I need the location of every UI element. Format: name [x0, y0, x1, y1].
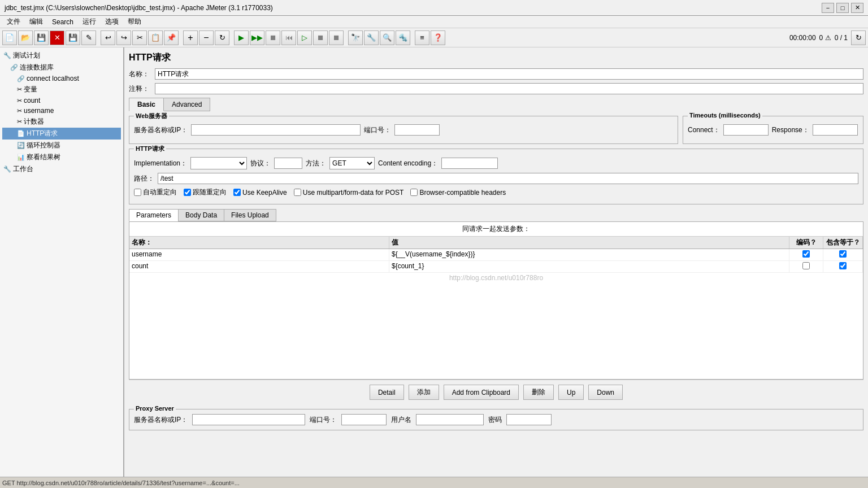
tb-open[interactable]: 📂 — [18, 30, 33, 45]
comment-label: 注释： — [129, 84, 151, 94]
tb-help[interactable]: ❓ — [431, 30, 445, 45]
tree-item-workbench[interactable]: 🔧 工作台 — [2, 163, 121, 175]
main-layout: 🔧 测试计划 🔗 连接数据库 🔗 connect localhost ✂ 变量 … — [0, 47, 868, 477]
tb-stop[interactable]: ⏹ — [266, 30, 280, 45]
tree-item-count[interactable]: ✂ count — [2, 95, 121, 106]
loop-ctrl-icon: 🔄 — [17, 142, 25, 149]
method-select[interactable]: GET POST — [329, 157, 375, 169]
tb-paste[interactable]: 📌 — [164, 30, 179, 45]
title-text: jdbc_test.jmx (C:\Users\slowchen\Desktop… — [5, 4, 273, 12]
comment-input[interactable] — [155, 83, 863, 94]
keepalive-label[interactable]: Use KeepAlive — [233, 189, 287, 197]
row1-name: username — [129, 249, 389, 260]
row1-include-check[interactable] — [839, 250, 847, 258]
follow-redirect-check[interactable] — [184, 189, 191, 196]
tree-item-loop-ctrl[interactable]: 🔄 循环控制器 — [2, 140, 121, 151]
auto-redirect-label[interactable]: 自动重定向 — [134, 188, 177, 197]
tab-parameters[interactable]: Parameters — [129, 209, 179, 221]
proxy-port-input[interactable] — [341, 414, 387, 425]
progress-display: 0 / 1 — [835, 34, 848, 42]
tree-item-http-request[interactable]: 📄 HTTP请求 — [2, 128, 121, 140]
tree-item-username[interactable]: ✂ username — [2, 106, 121, 116]
menu-options[interactable]: 选项 — [101, 16, 123, 28]
counter-icon: ✂ — [17, 118, 22, 125]
add-button[interactable]: 添加 — [409, 385, 439, 400]
toolbar: 📄 📂 💾 ✕ 💾 ✎ ↩ ↪ ✂ 📋 📌 + − ↻ ▶ ▶▶ ⏹ ⏮ ▷ ⏹… — [0, 28, 868, 47]
maximize-button[interactable]: □ — [836, 3, 849, 13]
tb-save2[interactable]: 💾 — [66, 30, 80, 45]
tb-undo[interactable]: ↩ — [101, 30, 115, 45]
row1-encode-check[interactable] — [802, 250, 810, 258]
up-button[interactable]: Up — [558, 385, 584, 400]
browser-compat-label[interactable]: Browser-compatible headers — [410, 189, 506, 197]
tree-item-counter[interactable]: ✂ 计数器 — [2, 116, 121, 128]
server-input[interactable] — [191, 124, 361, 136]
add-clipboard-button[interactable]: Add from Clipboard — [444, 385, 519, 400]
tb-copy[interactable]: 📋 — [148, 30, 163, 45]
tb-help3[interactable]: 🔍 — [380, 30, 394, 45]
multipart-label[interactable]: Use multipart/form-data for POST — [294, 189, 404, 197]
browser-compat-check[interactable] — [410, 189, 418, 196]
tab-files-upload[interactable]: Files Upload — [224, 209, 276, 221]
name-input[interactable] — [155, 68, 863, 80]
tb-add[interactable]: + — [183, 30, 198, 45]
detail-button[interactable]: Detail — [370, 385, 404, 400]
tb-cut[interactable]: ✂ — [132, 30, 147, 45]
tb-remote-start[interactable]: ▷ — [297, 30, 312, 45]
tb-help4[interactable]: 🔩 — [396, 30, 410, 45]
proxy-user-input[interactable] — [416, 414, 484, 425]
status-text: GET http://blog.csdn.net/u010r788ro/arti… — [2, 480, 240, 486]
tb-refresh[interactable]: ↻ — [215, 30, 229, 45]
menu-file[interactable]: 文件 — [2, 16, 25, 28]
protocol-input[interactable] — [274, 158, 302, 169]
minimize-button[interactable]: − — [822, 3, 834, 13]
proxy-pass-input[interactable] — [506, 414, 552, 425]
impl-select[interactable] — [190, 157, 247, 169]
menu-help[interactable]: 帮助 — [123, 16, 146, 28]
tb-refresh2[interactable]: ↻ — [851, 30, 866, 45]
tb-start-no-pauses[interactable]: ▶▶ — [250, 30, 264, 45]
tree-item-variable[interactable]: ✂ 变量 — [2, 84, 121, 95]
row2-encode-check[interactable] — [802, 262, 810, 269]
follow-redirect-label[interactable]: 跟随重定向 — [184, 188, 227, 197]
row2-include-check[interactable] — [839, 262, 847, 269]
menu-search[interactable]: Search — [47, 17, 78, 27]
tab-basic[interactable]: Basic — [129, 98, 164, 111]
path-input[interactable] — [158, 173, 858, 184]
tb-list[interactable]: ≡ — [415, 30, 429, 45]
tree-item-view-result[interactable]: 📊 察看结果树 — [2, 151, 121, 163]
tb-new[interactable]: 📄 — [2, 30, 17, 45]
response-input[interactable] — [813, 124, 858, 136]
connect-input[interactable] — [723, 124, 769, 136]
proxy-box: Proxy Server 服务器名称或IP： 端口号： 用户名 密码 — [129, 409, 863, 430]
tb-edit[interactable]: ✎ — [81, 30, 96, 45]
keepalive-check[interactable] — [233, 189, 241, 196]
tb-redo[interactable]: ↪ — [116, 30, 131, 45]
multipart-check[interactable] — [294, 189, 301, 196]
tb-start[interactable]: ▶ — [234, 30, 249, 45]
tree-item-test-plan[interactable]: 🔧 测试计划 — [2, 50, 121, 62]
tab-body-data[interactable]: Body Data — [178, 209, 224, 221]
tb-revert[interactable]: ✕ — [50, 30, 64, 45]
tb-help1[interactable]: 🔭 — [348, 30, 363, 45]
auto-redirect-check[interactable] — [134, 189, 141, 196]
tree-item-connect-db[interactable]: 🔗 连接数据库 — [2, 62, 121, 73]
proxy-server-input[interactable] — [192, 414, 305, 425]
down-button[interactable]: Down — [588, 385, 623, 400]
tb-save[interactable]: 💾 — [34, 30, 49, 45]
close-button[interactable]: ✕ — [851, 3, 863, 13]
tb-remote-shutdown[interactable]: ⏹ — [329, 30, 344, 45]
encoding-input[interactable] — [441, 158, 498, 169]
menu-run[interactable]: 运行 — [78, 16, 101, 28]
tree-item-connect-localhost[interactable]: 🔗 connect localhost — [2, 73, 121, 84]
tb-shutdown[interactable]: ⏮ — [281, 30, 296, 45]
proxy-label: Proxy Server — [134, 405, 176, 412]
tb-remote-stop[interactable]: ⏹ — [313, 30, 328, 45]
menu-edit[interactable]: 编辑 — [25, 16, 47, 28]
tb-remove[interactable]: − — [199, 30, 214, 45]
delete-button[interactable]: 删除 — [523, 385, 554, 400]
tb-help2[interactable]: 🔧 — [364, 30, 379, 45]
port-input[interactable] — [394, 124, 440, 136]
tab-advanced[interactable]: Advanced — [163, 98, 210, 111]
http-request-group: HTTP请求 Implementation： 协议： 方法： GET POST … — [129, 149, 863, 204]
